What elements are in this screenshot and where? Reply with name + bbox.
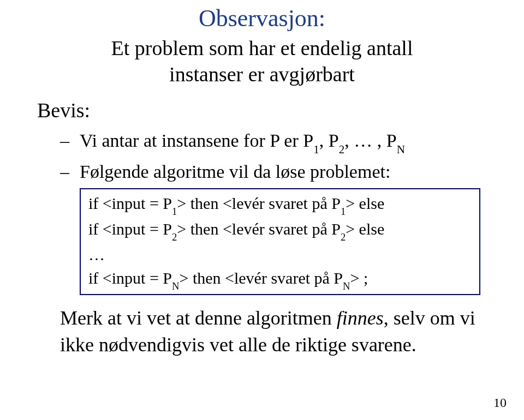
algo-1-sub2: 1 [341,206,346,217]
algo-1c: > else [346,194,384,212]
algo-line-3: if <input = PN> then <levér svaret på PN… [88,266,472,292]
algo-2b: > then <levér svaret på P [177,220,341,238]
page-number: 10 [493,395,507,410]
dash-icon: – [60,159,80,185]
algo-3c: > ; [350,269,368,287]
algo-1-sub1: 1 [172,206,177,217]
bullet-1-mid: , P [319,130,339,151]
algo-2a: if <input = P [88,220,172,238]
bullet-1: – Vi antar at instansene for P er P1, P2… [60,128,497,155]
subtitle: Et problem som har et endelig antall ins… [27,35,497,87]
conclusion-a: Merk at vi vet at denne algoritmen [60,307,337,329]
algo-3-sub2: N [343,280,350,292]
proof-label: Bevis: [37,98,497,122]
subtitle-line-1: Et problem som har et endelig antall [111,37,413,59]
sub-n: N [397,143,405,156]
algo-3a: if <input = P [88,269,172,287]
algo-1b: > then <levér svaret på P [177,194,341,212]
bullet-2: – Følgende algoritme vil da løse problem… [60,159,497,185]
title: Observasjon: [27,0,497,32]
bullet-1-pre: Vi antar at instansene for P er P [80,130,313,151]
algo-line-2: if <input = P2> then <levér svaret på P2… [88,217,472,243]
bullet-1-text: Vi antar at instansene for P er P1, P2, … [80,128,405,155]
algo-dots: … [88,243,472,267]
algo-2-sub1: 2 [172,231,177,243]
bullet-2-text: Følgende algoritme vil da løse problemet… [80,159,390,185]
algo-2c: > else [346,220,384,238]
dash-icon: – [60,128,80,154]
bullet-1-post: , … , P [344,130,396,151]
conclusion-italic: finnes [337,307,384,329]
subtitle-line-2: instanser er avgjørbart [169,63,355,86]
sub-1: 1 [313,143,319,156]
sub-2: 2 [339,143,345,156]
bullet-list: – Vi antar at instansene for P er P1, P2… [60,128,497,185]
algo-line-1: if <input = P1> then <levér svaret på P1… [88,191,472,217]
slide: Observasjon: Et problem som har et endel… [0,0,524,420]
algo-3-sub1: N [172,280,179,292]
algo-2-sub2: 2 [341,231,346,243]
algo-1a: if <input = P [88,194,172,212]
conclusion: Merk at vi vet at denne algoritmen finne… [60,305,486,358]
algo-3b: > then <levér svaret på P [179,269,343,287]
algorithm-box: if <input = P1> then <levér svaret på P1… [80,188,480,295]
